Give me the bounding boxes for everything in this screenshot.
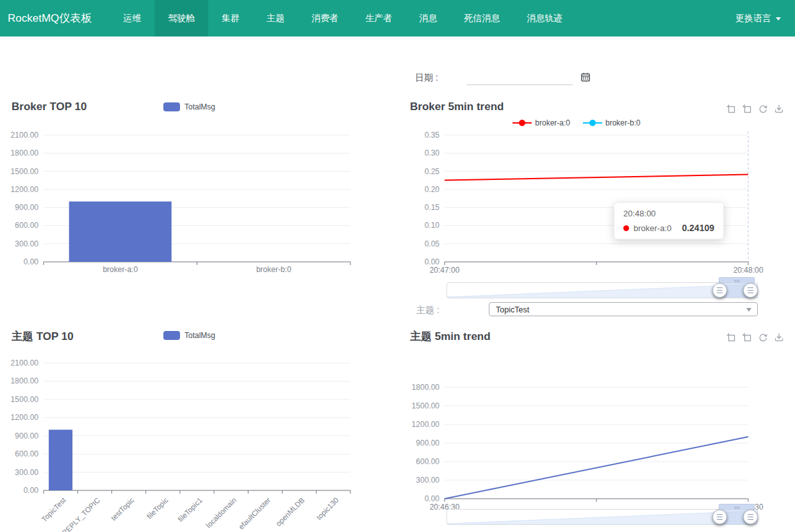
nav-tab-consumer[interactable]: 消费者 (298, 0, 352, 36)
legend-swatch (163, 102, 180, 111)
svg-text:1800.00: 1800.00 (11, 149, 39, 157)
svg-text:1500.00: 1500.00 (11, 395, 39, 404)
svg-text:0.00: 0.00 (24, 257, 39, 266)
language-switcher[interactable]: 更换语言 (735, 0, 795, 36)
topic-label: 主题 : (416, 305, 439, 316)
nav-tab-dlq-message[interactable]: 死信消息 (450, 0, 513, 36)
svg-text:broker-b:0: broker-b:0 (256, 265, 291, 274)
svg-text:900.00: 900.00 (416, 439, 439, 447)
svg-text:TopicTest: TopicTest (40, 496, 68, 523)
svg-text:0.15: 0.15 (425, 203, 440, 212)
svg-text:1800.00: 1800.00 (412, 383, 440, 392)
legend-swatch (163, 331, 180, 340)
nav-tab-cockpit[interactable]: 驾驶舱 (154, 0, 208, 36)
svg-text:20:47:00: 20:47:00 (430, 266, 460, 275)
date-label: 日期 : (415, 72, 438, 85)
svg-text:1200.00: 1200.00 (11, 185, 39, 194)
restore-icon[interactable] (758, 104, 768, 114)
svg-text:1800.00: 1800.00 (11, 376, 39, 385)
nav-tab-message-trace[interactable]: 消息轨迹 (513, 0, 576, 36)
save-image-icon[interactable] (774, 104, 784, 114)
topic-trend-title: 主题 5min trend (410, 329, 491, 344)
svg-text:300.00: 300.00 (416, 476, 439, 485)
broker-trend-datazoom[interactable] (447, 282, 758, 298)
svg-text:openMLDB: openMLDB (274, 496, 306, 528)
broker-trend-chart[interactable]: 0.000.050.100.150.200.250.300.3520:47:00… (397, 125, 795, 289)
svg-text:1500.00: 1500.00 (11, 167, 39, 176)
svg-text:2100.00: 2100.00 (11, 131, 39, 140)
svg-text:0.20: 0.20 (425, 185, 440, 194)
svg-text:1200.00: 1200.00 (11, 413, 39, 422)
nav-tab-topic[interactable]: 主题 (253, 0, 298, 36)
svg-text:600.00: 600.00 (15, 221, 38, 230)
nav-tab-ops[interactable]: 运维 (110, 0, 154, 36)
tooltip-value: 0.24109 (682, 223, 714, 233)
datazoom-right-handle[interactable] (743, 283, 758, 298)
svg-text:0.25: 0.25 (425, 167, 440, 176)
svg-text:300.00: 300.00 (15, 239, 38, 248)
svg-text:localdomain: localdomain (204, 496, 238, 529)
svg-text:0.30: 0.30 (425, 149, 440, 157)
broker-top10-title: Broker TOP 10 (12, 101, 87, 113)
zoom-select-icon[interactable] (726, 104, 736, 114)
topic-top10-title: 主题 TOP 10 (12, 329, 74, 344)
svg-text:0.00: 0.00 (425, 494, 440, 503)
topic-trend-datazoom[interactable] (447, 509, 758, 525)
svg-text:testTopic: testTopic (110, 496, 136, 522)
datazoom-left-handle[interactable] (712, 510, 727, 524)
svg-text:fileTopic1: fileTopic1 (177, 496, 204, 523)
datazoom-left-handle[interactable] (712, 283, 727, 298)
svg-text:0.00: 0.00 (24, 486, 39, 495)
svg-text:0.05: 0.05 (425, 239, 440, 248)
svg-text:900.00: 900.00 (15, 203, 38, 212)
language-label: 更换语言 (735, 13, 771, 24)
navbar: RocketMQ仪表板 运维 驾驶舱 集群 主题 消费者 生产者 消息 死信消息… (0, 0, 795, 36)
nav-tab-producer[interactable]: 生产者 (352, 0, 406, 36)
datazoom-preview (447, 510, 757, 524)
datazoom-preview (447, 283, 757, 298)
svg-text:600.00: 600.00 (15, 449, 38, 458)
topic-top10-legend[interactable]: TotalMsg (163, 331, 215, 340)
save-image-icon[interactable] (774, 332, 784, 343)
broker-top10-legend[interactable]: TotalMsg (163, 102, 215, 111)
series-dot-icon (623, 225, 629, 231)
topic-trend-toolbox (726, 332, 784, 343)
svg-text:900.00: 900.00 (15, 431, 38, 440)
restore-icon[interactable] (758, 332, 768, 343)
svg-text:600.00: 600.00 (416, 457, 439, 466)
svg-text:0.35: 0.35 (425, 131, 440, 140)
zoom-reset-icon[interactable] (742, 104, 752, 114)
nav-tab-message[interactable]: 消息 (406, 0, 450, 36)
topic-select-value: TopicTest (496, 305, 529, 314)
tooltip-series: broker-a:0 (634, 223, 671, 233)
svg-text:1200.00: 1200.00 (412, 420, 440, 429)
topic-top10-chart[interactable]: 0.00300.00600.00900.001200.001500.001800… (0, 352, 359, 532)
svg-text:2100.00: 2100.00 (11, 359, 39, 367)
zoom-reset-icon[interactable] (742, 332, 752, 343)
svg-text:efaultCluster: efaultCluster (237, 496, 272, 531)
topic-select[interactable]: TopicTest (489, 302, 758, 316)
chart-tooltip: 20:48:00 broker-a:0 0.24109 (614, 202, 724, 239)
svg-text:300.00: 300.00 (15, 468, 38, 477)
legend-label: TotalMsg (184, 102, 215, 111)
topic-trend-chart[interactable]: 0.00300.00600.00900.001200.001500.001800… (397, 359, 795, 515)
broker-top10-chart[interactable]: 0.00300.00600.00900.001200.001500.001800… (0, 125, 359, 289)
svg-text:fileTopic: fileTopic (145, 496, 170, 520)
date-filter: 日期 : (415, 70, 591, 85)
app-title: RocketMQ仪表板 (0, 0, 101, 36)
nav-tab-cluster[interactable]: 集群 (208, 0, 253, 36)
legend-label: TotalMsg (184, 331, 215, 340)
svg-text:1500.00: 1500.00 (412, 401, 440, 410)
svg-text:topic130: topic130 (315, 496, 340, 521)
tooltip-time: 20:48:00 (623, 209, 714, 218)
zoom-select-icon[interactable] (726, 332, 736, 343)
broker-trend-toolbox (726, 104, 784, 114)
datazoom-right-handle[interactable] (743, 510, 758, 524)
select-arrow-icon (746, 308, 751, 314)
caret-down-icon (776, 17, 781, 23)
date-input[interactable] (466, 70, 573, 85)
svg-text:0.10: 0.10 (425, 221, 440, 230)
calendar-icon[interactable] (580, 72, 591, 85)
svg-text:broker-a:0: broker-a:0 (102, 265, 138, 274)
svg-text:20:48:00: 20:48:00 (734, 266, 764, 275)
